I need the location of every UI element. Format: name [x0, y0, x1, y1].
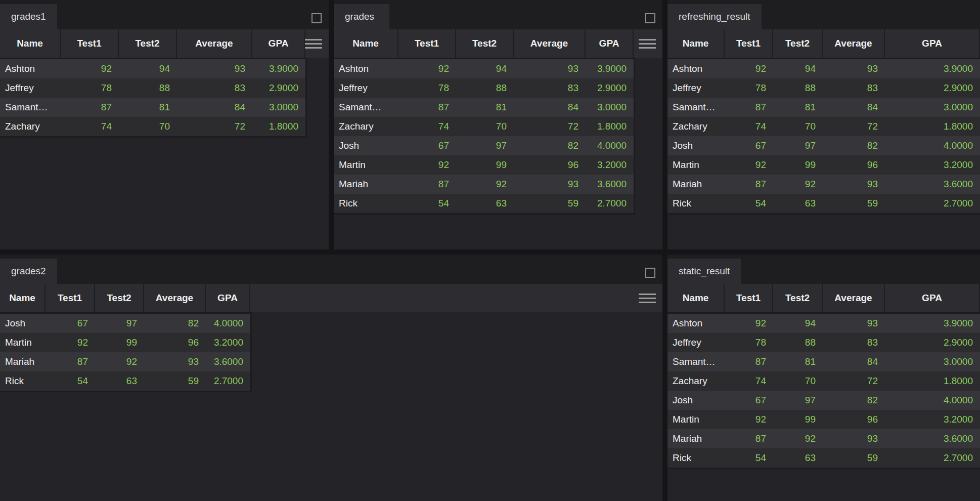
cell-average: 93 — [514, 175, 586, 194]
column-header-name[interactable]: Name — [667, 284, 725, 312]
column-header-average[interactable]: Average — [177, 29, 252, 58]
cell-name: Martin — [0, 333, 46, 352]
column-header-test2[interactable]: Test2 — [773, 29, 823, 58]
table-body: Ashton9294933.9000Jeffrey7888832.9000Sam… — [667, 312, 980, 469]
cell-test1: 54 — [725, 194, 773, 213]
table-row[interactable]: Ashton9294933.9000 — [667, 59, 980, 78]
cell-test2: 97 — [456, 136, 514, 155]
table-row[interactable]: Samant…8781843.0000 — [334, 98, 634, 117]
table-row[interactable]: Mariah8792933.6000 — [667, 175, 980, 194]
cell-average: 83 — [177, 78, 252, 98]
table-row[interactable]: Zachary7470721.8000 — [667, 117, 980, 136]
cell-test1: 92 — [725, 155, 773, 175]
column-header-average[interactable]: Average — [514, 29, 586, 58]
table-row[interactable]: Jeffrey7888832.9000 — [667, 78, 980, 98]
menu-icon[interactable] — [305, 39, 322, 49]
cell-name: Jeffrey — [667, 333, 725, 352]
cell-test2: 81 — [119, 98, 177, 117]
tab-grades[interactable]: grades — [334, 4, 389, 29]
cell-name: Mariah — [0, 352, 46, 371]
tab-static-result[interactable]: static_result — [667, 259, 741, 284]
column-header-name[interactable]: Name — [0, 29, 61, 58]
table-row[interactable]: Ashton9294933.9000 — [667, 314, 980, 333]
column-header-name[interactable]: Name — [334, 29, 398, 58]
column-header-test1[interactable]: Test1 — [61, 29, 119, 58]
table-header: NameTest1Test2AverageGPA — [334, 29, 662, 58]
table-body: Ashton9294933.9000Jeffrey7888832.9000Sam… — [0, 58, 307, 138]
cell-name: Josh — [0, 314, 46, 333]
menu-icon[interactable] — [639, 39, 656, 49]
table-row[interactable]: Josh6797824.0000 — [334, 136, 634, 155]
column-header-name[interactable]: Name — [0, 284, 46, 312]
cell-test2: 70 — [456, 117, 514, 136]
table-row[interactable]: Rick5463592.7000 — [667, 194, 980, 213]
table-header: NameTest1Test2AverageGPA — [0, 29, 329, 58]
cell-average: 93 — [823, 429, 885, 448]
table-row[interactable]: Jeffrey7888832.9000 — [334, 78, 634, 98]
tab-refreshing-result[interactable]: refreshing_result — [667, 4, 762, 29]
cell-name: Mariah — [667, 429, 725, 448]
table-row[interactable]: Josh6797824.0000 — [0, 314, 250, 333]
table-row[interactable]: Josh6797824.0000 — [667, 136, 980, 155]
table-row[interactable]: Jeffrey7888832.9000 — [667, 333, 980, 352]
table-row[interactable]: Rick5463592.7000 — [0, 371, 250, 391]
column-header-test1[interactable]: Test1 — [398, 29, 456, 58]
cell-gpa: 2.9000 — [586, 78, 634, 98]
table-row[interactable]: Martin9299963.2000 — [334, 155, 634, 175]
table-row[interactable]: Mariah8792933.6000 — [667, 429, 980, 448]
column-header-gpa[interactable]: GPA — [885, 29, 980, 58]
table-row[interactable]: Mariah8792933.6000 — [334, 175, 634, 194]
cell-test2: 99 — [773, 155, 823, 175]
tab-grades1[interactable]: grades1 — [0, 4, 57, 29]
maximize-icon[interactable] — [645, 268, 655, 278]
maximize-icon[interactable] — [311, 13, 322, 23]
table-row[interactable]: Rick5463592.7000 — [334, 194, 634, 213]
column-header-test2[interactable]: Test2 — [456, 29, 514, 58]
table-row[interactable]: Rick5463592.7000 — [667, 448, 980, 468]
column-header-test2[interactable]: Test2 — [95, 284, 144, 312]
menu-icon-bar — [305, 39, 322, 40]
column-header-average[interactable]: Average — [144, 284, 206, 312]
column-header-gpa[interactable]: GPA — [885, 284, 980, 312]
table-row[interactable]: Martin9299963.2000 — [667, 410, 980, 429]
column-header-name[interactable]: Name — [667, 29, 725, 58]
table-row[interactable]: Martin9299963.2000 — [667, 155, 980, 175]
cell-average: 83 — [514, 78, 586, 98]
table-row[interactable]: Jeffrey7888832.9000 — [0, 78, 305, 98]
table-row[interactable]: Samant…8781843.0000 — [667, 352, 980, 371]
cell-average: 96 — [514, 155, 586, 175]
column-header-test2[interactable]: Test2 — [773, 284, 823, 312]
cell-test2: 97 — [95, 314, 144, 333]
column-header-gpa[interactable]: GPA — [586, 29, 634, 58]
table-row[interactable]: Samant…8781843.0000 — [0, 98, 305, 117]
tab-grades2[interactable]: grades2 — [0, 259, 57, 284]
table-row[interactable]: Martin9299963.2000 — [0, 333, 250, 352]
cell-name: Jeffrey — [334, 78, 398, 98]
table-row[interactable]: Ashton9294933.9000 — [0, 59, 305, 78]
cell-test2: 88 — [119, 78, 177, 98]
cell-gpa: 4.0000 — [206, 314, 250, 333]
cell-test2: 94 — [119, 59, 177, 78]
column-header-average[interactable]: Average — [823, 284, 885, 312]
menu-icon-bar — [639, 302, 656, 303]
column-header-test1[interactable]: Test1 — [725, 284, 773, 312]
column-header-test2[interactable]: Test2 — [119, 29, 177, 58]
cell-gpa: 3.9000 — [885, 314, 980, 333]
table-row[interactable]: Mariah8792933.6000 — [0, 352, 250, 371]
cell-test1: 78 — [61, 78, 119, 98]
column-header-gpa[interactable]: GPA — [252, 29, 305, 58]
maximize-icon[interactable] — [645, 13, 655, 23]
table-row[interactable]: Zachary7470721.8000 — [667, 371, 980, 391]
menu-icon[interactable] — [639, 294, 656, 303]
cell-average: 96 — [823, 155, 885, 175]
column-header-gpa[interactable]: GPA — [206, 284, 250, 312]
table-row[interactable]: Zachary7470721.8000 — [334, 117, 634, 136]
column-header-average[interactable]: Average — [823, 29, 885, 58]
cell-test1: 92 — [725, 314, 773, 333]
column-header-test1[interactable]: Test1 — [46, 284, 95, 312]
table-row[interactable]: Ashton9294933.9000 — [334, 59, 634, 78]
table-row[interactable]: Josh6797824.0000 — [667, 391, 980, 410]
table-row[interactable]: Samant…8781843.0000 — [667, 98, 980, 117]
column-header-test1[interactable]: Test1 — [725, 29, 773, 58]
table-row[interactable]: Zachary7470721.8000 — [0, 117, 305, 136]
